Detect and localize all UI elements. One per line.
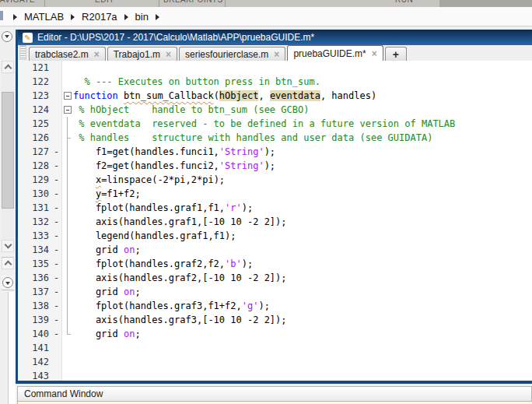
code-segment: % handles structure with handles and use… [73, 132, 432, 143]
window-actions-button[interactable] [0, 30, 13, 43]
line-number: 133 [18, 229, 52, 243]
code-fold-marker[interactable] [62, 103, 73, 117]
code-segment: function [73, 90, 118, 101]
editor-pencil-icon: ✎ [23, 33, 33, 43]
left-panel-strip [0, 26, 16, 404]
code-line[interactable]: 131- fplot(handles.graf1,f1,'r'); [18, 201, 532, 215]
code-line[interactable]: 125 % eventdata reserved - to be defined… [18, 117, 532, 131]
breakpoint-gutter[interactable]: - [52, 243, 62, 257]
breakpoint-gutter[interactable] [52, 369, 62, 381]
code-fold-marker [62, 117, 73, 131]
code-line[interactable]: 129- x=linspace(-2*pi,2*pi); [18, 173, 532, 187]
breakpoint-gutter[interactable] [52, 61, 62, 75]
breakpoint-gutter[interactable] [52, 103, 62, 117]
breakpoint-gutter[interactable]: - [52, 299, 62, 313]
code-segment: hObject [219, 90, 259, 101]
close-tab-icon[interactable]: × [274, 51, 279, 58]
panel-collapse-button[interactable] [2, 257, 14, 269]
code-editor[interactable]: 121122 % --- Executes on button press in… [18, 61, 532, 381]
code-text: axis(handles.graf2,[-10 10 -2 2]); [73, 271, 287, 285]
command-window-title: Command Window [24, 388, 103, 399]
breakpoint-gutter[interactable]: - [52, 285, 62, 299]
code-line[interactable]: 133- legend(handles.graf1,f1); [18, 229, 532, 243]
new-tab-button[interactable]: + [385, 47, 407, 61]
code-line[interactable]: 127- f1=get(handles.funci1,'String'); [18, 145, 532, 159]
scroll-down-button[interactable] [2, 240, 14, 252]
code-segment: ( [214, 90, 219, 101]
breadcrumb-item[interactable]: MATLAB [24, 11, 64, 23]
editor-tab[interactable]: seriesfourierclase.m× [179, 47, 285, 61]
code-segment: % hObject handle to btn_sum (see GCBO) [73, 104, 309, 115]
editor-title-bar[interactable]: ✎ Editor - D:\UPS\2017 - 2017\Calculo\Ma… [18, 30, 532, 45]
code-line[interactable]: 138- fplot(handles.graf3,f1+f2,'g'); [18, 299, 532, 313]
breadcrumb-item[interactable]: bin [135, 11, 149, 23]
code-fold-marker [62, 201, 73, 215]
breadcrumb-arrow-icon[interactable] [156, 14, 159, 20]
code-line[interactable]: 121 [18, 61, 532, 75]
code-line[interactable]: 135- fplot(handles.graf2,f2,'b'); [18, 257, 532, 271]
tab-bar-grip[interactable] [19, 45, 26, 60]
code-line[interactable]: 123function btn_sum_Callback(hObject, ev… [18, 89, 532, 103]
code-segment: on [124, 244, 135, 255]
breadcrumb-item[interactable]: R2017a [82, 11, 117, 23]
code-line[interactable]: 130- y=f1+f2; [18, 187, 532, 201]
breakpoint-gutter[interactable]: - [52, 173, 62, 187]
panel-actions-button[interactable] [2, 276, 14, 290]
code-text: % eventdata reserved - to be defined in … [73, 117, 455, 131]
code-line[interactable]: 140- grid on; [18, 327, 532, 341]
code-line[interactable]: 136- axis(handles.graf2,[-10 10 -2 2]); [18, 271, 532, 285]
code-line[interactable]: 137- grid on; [18, 285, 532, 299]
command-window-header[interactable]: Command Window [17, 386, 532, 402]
code-line[interactable]: 143 [18, 369, 532, 381]
fold-minus-icon[interactable] [64, 92, 72, 100]
breakpoint-gutter[interactable] [52, 341, 62, 355]
code-fold-column [62, 355, 73, 369]
code-line[interactable]: 122 % --- Executes on button press in bt… [18, 75, 532, 89]
fold-minus-icon[interactable] [64, 106, 72, 114]
code-segment: on [124, 286, 135, 297]
code-text: grid on; [73, 327, 141, 341]
close-tab-icon[interactable]: × [166, 51, 171, 58]
code-fold-marker [62, 215, 73, 229]
breakpoint-gutter[interactable] [52, 89, 62, 103]
close-tab-icon[interactable]: × [372, 50, 377, 58]
breakpoint-gutter[interactable] [52, 355, 62, 369]
breakpoint-gutter[interactable]: - [52, 257, 62, 271]
code-line[interactable]: 142 [18, 355, 532, 369]
scrollbar-thumb[interactable] [2, 92, 14, 209]
code-fold-marker [62, 299, 73, 313]
breakpoint-gutter[interactable]: - [52, 215, 62, 229]
code-segment: fplot(handles.graf2,f2, [73, 258, 225, 269]
breakpoint-gutter[interactable]: - [52, 201, 62, 215]
code-line[interactable]: 139- axis(handles.graf3,[-10 10 -2 2]); [18, 313, 532, 327]
code-line[interactable]: 128- f2=get(handles.funci2,'String'); [18, 159, 532, 173]
code-segment: grid [73, 286, 124, 297]
breakpoint-gutter[interactable] [52, 117, 62, 131]
code-line[interactable]: 141 [18, 341, 532, 355]
code-segment: ); [242, 258, 253, 269]
breadcrumb-arrow-icon[interactable] [13, 14, 17, 20]
editor-tab[interactable]: trabclase2.m× [29, 47, 106, 61]
scroll-up-button[interactable] [2, 61, 14, 73]
code-line[interactable]: 124 % hObject handle to btn_sum (see GCB… [18, 103, 532, 117]
breakpoint-gutter[interactable]: - [52, 159, 62, 173]
code-fold-marker[interactable] [62, 89, 73, 103]
breadcrumb-arrow-icon[interactable] [124, 14, 128, 20]
breakpoint-gutter[interactable]: - [52, 327, 62, 341]
close-tab-icon[interactable]: × [94, 51, 100, 58]
breakpoint-gutter[interactable]: - [52, 145, 62, 159]
breakpoint-gutter[interactable]: - [52, 229, 62, 243]
breadcrumb-arrow-icon[interactable] [71, 14, 75, 20]
code-line[interactable]: 132- axis(handles.graf1,[-10 10 -2 2]); [18, 215, 532, 229]
breakpoint-gutter[interactable]: - [52, 187, 62, 201]
editor-tab[interactable]: Trabajo1.m× [107, 47, 177, 61]
breakpoint-gutter[interactable] [52, 75, 62, 89]
line-number: 136 [18, 271, 52, 285]
line-number: 142 [18, 355, 52, 369]
editor-tab[interactable]: pruebaGUIDE.m*× [287, 45, 383, 61]
breakpoint-gutter[interactable]: - [52, 271, 62, 285]
breakpoint-gutter[interactable]: - [52, 313, 62, 327]
breakpoint-gutter[interactable] [52, 131, 62, 145]
code-line[interactable]: 126 % handles structure with handles and… [18, 131, 532, 145]
code-line[interactable]: 134- grid on; [18, 243, 532, 257]
